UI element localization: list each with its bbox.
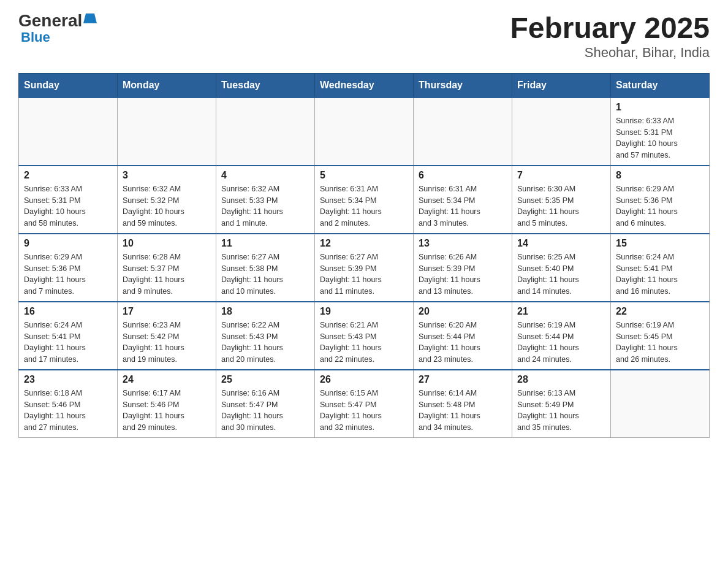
col-saturday: Saturday [611, 73, 710, 98]
day-info: Sunrise: 6:24 AMSunset: 5:41 PMDaylight:… [24, 320, 112, 366]
day-number: 12 [320, 238, 408, 249]
calendar-week-row: 23Sunrise: 6:18 AMSunset: 5:46 PMDayligh… [19, 370, 710, 438]
day-info: Sunrise: 6:26 AMSunset: 5:39 PMDaylight:… [419, 251, 507, 297]
table-row: 17Sunrise: 6:23 AMSunset: 5:42 PMDayligh… [118, 302, 216, 370]
day-info: Sunrise: 6:29 AMSunset: 5:36 PMDaylight:… [616, 183, 704, 229]
table-row: 14Sunrise: 6:25 AMSunset: 5:40 PMDayligh… [512, 234, 611, 302]
day-info: Sunrise: 6:32 AMSunset: 5:32 PMDaylight:… [123, 183, 211, 229]
day-number: 16 [24, 306, 112, 317]
day-number: 13 [419, 238, 507, 249]
day-info: Sunrise: 6:31 AMSunset: 5:34 PMDaylight:… [419, 183, 507, 229]
day-info: Sunrise: 6:19 AMSunset: 5:45 PMDaylight:… [616, 320, 704, 366]
table-row: 22Sunrise: 6:19 AMSunset: 5:45 PMDayligh… [611, 302, 710, 370]
day-info: Sunrise: 6:21 AMSunset: 5:43 PMDaylight:… [320, 320, 408, 366]
day-info: Sunrise: 6:32 AMSunset: 5:33 PMDaylight:… [221, 183, 309, 229]
table-row: 4Sunrise: 6:32 AMSunset: 5:33 PMDaylight… [216, 166, 315, 234]
day-info: Sunrise: 6:16 AMSunset: 5:47 PMDaylight:… [221, 388, 309, 434]
table-row: 1Sunrise: 6:33 AMSunset: 5:31 PMDaylight… [611, 98, 710, 166]
table-row: 28Sunrise: 6:13 AMSunset: 5:49 PMDayligh… [512, 370, 611, 438]
page-header: General Blue February 2025 Sheohar, Biha… [18, 12, 710, 61]
table-row: 19Sunrise: 6:21 AMSunset: 5:43 PMDayligh… [315, 302, 414, 370]
table-row: 9Sunrise: 6:29 AMSunset: 5:36 PMDaylight… [19, 234, 118, 302]
day-number: 15 [616, 238, 704, 249]
day-number: 8 [616, 170, 704, 181]
day-number: 10 [123, 238, 211, 249]
calendar-week-row: 9Sunrise: 6:29 AMSunset: 5:36 PMDaylight… [19, 234, 710, 302]
table-row: 26Sunrise: 6:15 AMSunset: 5:47 PMDayligh… [315, 370, 414, 438]
table-row: 8Sunrise: 6:29 AMSunset: 5:36 PMDaylight… [611, 166, 710, 234]
col-tuesday: Tuesday [216, 73, 315, 98]
table-row: 6Sunrise: 6:31 AMSunset: 5:34 PMDaylight… [414, 166, 512, 234]
day-number: 3 [123, 170, 211, 181]
col-wednesday: Wednesday [315, 73, 414, 98]
table-row: 25Sunrise: 6:16 AMSunset: 5:47 PMDayligh… [216, 370, 315, 438]
logo-triangle-icon [83, 13, 97, 23]
calendar-week-row: 2Sunrise: 6:33 AMSunset: 5:31 PMDaylight… [19, 166, 710, 234]
day-info: Sunrise: 6:13 AMSunset: 5:49 PMDaylight:… [517, 388, 605, 434]
day-info: Sunrise: 6:14 AMSunset: 5:48 PMDaylight:… [419, 388, 507, 434]
day-info: Sunrise: 6:23 AMSunset: 5:42 PMDaylight:… [123, 320, 211, 366]
table-row: 13Sunrise: 6:26 AMSunset: 5:39 PMDayligh… [414, 234, 512, 302]
table-row: 11Sunrise: 6:27 AMSunset: 5:38 PMDayligh… [216, 234, 315, 302]
day-number: 17 [123, 306, 211, 317]
table-row: 15Sunrise: 6:24 AMSunset: 5:41 PMDayligh… [611, 234, 710, 302]
day-number: 19 [320, 306, 408, 317]
day-info: Sunrise: 6:19 AMSunset: 5:44 PMDaylight:… [517, 320, 605, 366]
day-info: Sunrise: 6:29 AMSunset: 5:36 PMDaylight:… [24, 251, 112, 297]
day-info: Sunrise: 6:28 AMSunset: 5:37 PMDaylight:… [123, 251, 211, 297]
day-number: 20 [419, 306, 507, 317]
day-number: 22 [616, 306, 704, 317]
calendar-header-row: Sunday Monday Tuesday Wednesday Thursday… [19, 73, 710, 98]
day-info: Sunrise: 6:15 AMSunset: 5:47 PMDaylight:… [320, 388, 408, 434]
table-row: 10Sunrise: 6:28 AMSunset: 5:37 PMDayligh… [118, 234, 216, 302]
table-row: 24Sunrise: 6:17 AMSunset: 5:46 PMDayligh… [118, 370, 216, 438]
day-number: 11 [221, 238, 309, 249]
table-row: 3Sunrise: 6:32 AMSunset: 5:32 PMDaylight… [118, 166, 216, 234]
day-info: Sunrise: 6:27 AMSunset: 5:39 PMDaylight:… [320, 251, 408, 297]
day-number: 9 [24, 238, 112, 249]
day-info: Sunrise: 6:33 AMSunset: 5:31 PMDaylight:… [616, 115, 704, 161]
calendar-subtitle: Sheohar, Bihar, India [510, 45, 710, 61]
table-row [315, 98, 414, 166]
day-info: Sunrise: 6:31 AMSunset: 5:34 PMDaylight:… [320, 183, 408, 229]
table-row: 12Sunrise: 6:27 AMSunset: 5:39 PMDayligh… [315, 234, 414, 302]
day-info: Sunrise: 6:33 AMSunset: 5:31 PMDaylight:… [24, 183, 112, 229]
day-info: Sunrise: 6:22 AMSunset: 5:43 PMDaylight:… [221, 320, 309, 366]
logo: General Blue [18, 12, 97, 45]
calendar-title: February 2025 [510, 12, 710, 45]
col-monday: Monday [118, 73, 216, 98]
calendar-table: Sunday Monday Tuesday Wednesday Thursday… [18, 73, 710, 438]
table-row: 7Sunrise: 6:30 AMSunset: 5:35 PMDaylight… [512, 166, 611, 234]
table-row [19, 98, 118, 166]
day-number: 6 [419, 170, 507, 181]
calendar-week-row: 16Sunrise: 6:24 AMSunset: 5:41 PMDayligh… [19, 302, 710, 370]
title-block: February 2025 Sheohar, Bihar, India [510, 12, 710, 61]
table-row [611, 370, 710, 438]
day-number: 24 [123, 374, 211, 385]
table-row [216, 98, 315, 166]
logo-general-text: General [18, 12, 82, 29]
day-number: 18 [221, 306, 309, 317]
table-row: 2Sunrise: 6:33 AMSunset: 5:31 PMDaylight… [19, 166, 118, 234]
table-row [512, 98, 611, 166]
day-number: 7 [517, 170, 605, 181]
day-number: 27 [419, 374, 507, 385]
table-row [414, 98, 512, 166]
day-number: 1 [616, 102, 704, 113]
day-info: Sunrise: 6:27 AMSunset: 5:38 PMDaylight:… [221, 251, 309, 297]
day-number: 23 [24, 374, 112, 385]
table-row: 27Sunrise: 6:14 AMSunset: 5:48 PMDayligh… [414, 370, 512, 438]
table-row: 5Sunrise: 6:31 AMSunset: 5:34 PMDaylight… [315, 166, 414, 234]
day-info: Sunrise: 6:30 AMSunset: 5:35 PMDaylight:… [517, 183, 605, 229]
day-info: Sunrise: 6:18 AMSunset: 5:46 PMDaylight:… [24, 388, 112, 434]
table-row: 18Sunrise: 6:22 AMSunset: 5:43 PMDayligh… [216, 302, 315, 370]
col-thursday: Thursday [414, 73, 512, 98]
table-row [118, 98, 216, 166]
day-number: 4 [221, 170, 309, 181]
day-info: Sunrise: 6:20 AMSunset: 5:44 PMDaylight:… [419, 320, 507, 366]
col-friday: Friday [512, 73, 611, 98]
day-number: 5 [320, 170, 408, 181]
logo-blue-text: Blue [21, 29, 50, 45]
calendar-week-row: 1Sunrise: 6:33 AMSunset: 5:31 PMDaylight… [19, 98, 710, 166]
day-number: 26 [320, 374, 408, 385]
